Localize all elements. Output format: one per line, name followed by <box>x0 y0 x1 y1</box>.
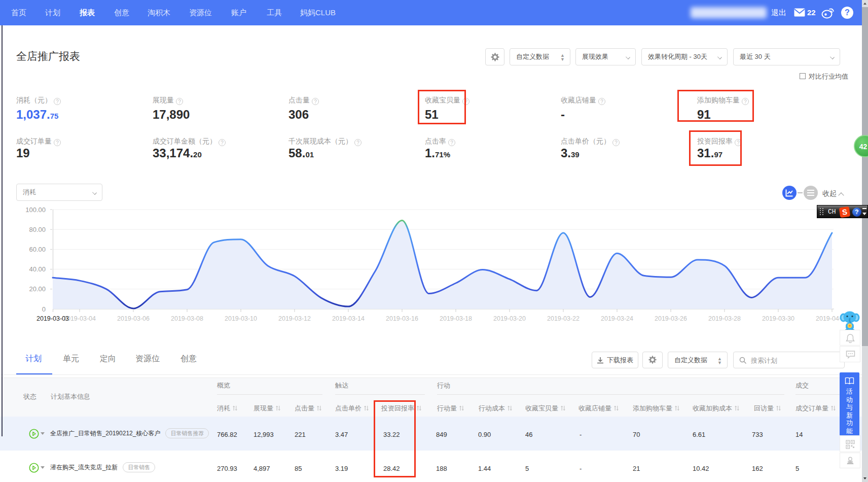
svg-text:2019-03-12: 2019-03-12 <box>278 315 311 322</box>
svg-text:2019-03-30: 2019-03-30 <box>762 315 794 322</box>
svg-text:40.00: 40.00 <box>29 265 46 273</box>
svg-text:2019-03-08: 2019-03-08 <box>171 315 203 322</box>
svg-text:2019-03-14: 2019-03-14 <box>332 315 365 322</box>
svg-text:60.00: 60.00 <box>29 246 46 253</box>
svg-text:100.00: 100.00 <box>25 206 46 214</box>
svg-text:2019-03-03: 2019-03-03 <box>37 315 69 322</box>
svg-text:2019-03-10: 2019-03-10 <box>225 315 257 322</box>
svg-text:2019-03-26: 2019-03-26 <box>655 315 687 322</box>
svg-text:2019-03-20: 2019-03-20 <box>493 315 526 322</box>
svg-text:2019-03-18: 2019-03-18 <box>440 315 472 322</box>
svg-text:2019-03-22: 2019-03-22 <box>547 315 580 322</box>
svg-text:2019-03-06: 2019-03-06 <box>117 315 150 322</box>
svg-text:80.00: 80.00 <box>29 226 46 233</box>
svg-text:2019-03-24: 2019-03-24 <box>601 315 633 322</box>
svg-text:20.00: 20.00 <box>29 285 46 293</box>
svg-text:2019-03-16: 2019-03-16 <box>386 315 418 322</box>
svg-text:2019-03-28: 2019-03-28 <box>708 315 741 322</box>
svg-text:0: 0 <box>42 305 46 313</box>
